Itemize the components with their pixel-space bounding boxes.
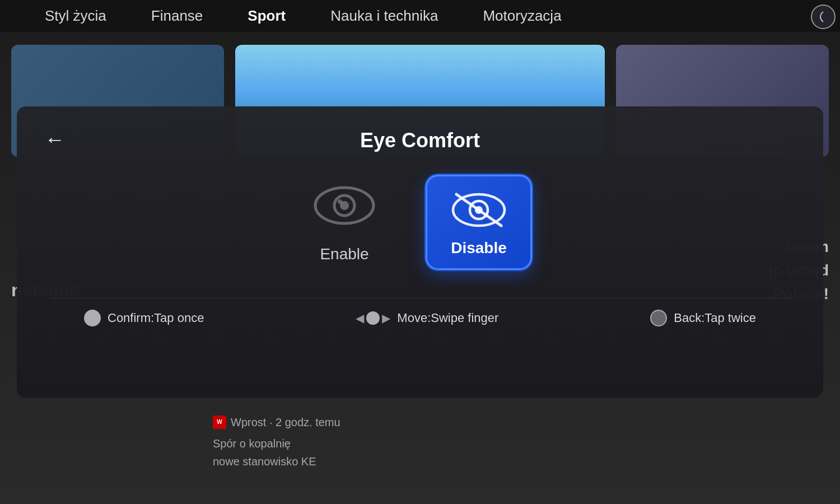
eye-comfort-dialog: ← Eye Comfort Enable (17, 106, 823, 398)
arrow-right-icon: ▶ (382, 311, 390, 325)
disable-button-box[interactable]: Disable (426, 175, 532, 270)
nav-item-styl-zycia[interactable]: Styl życia (45, 7, 106, 25)
svg-line-7 (456, 194, 501, 226)
option-disable[interactable]: Disable (426, 175, 532, 270)
swipe-icon: ◀ ▶ (356, 311, 390, 325)
nav-item-finanse[interactable]: Finanse (151, 7, 203, 25)
eye-open-icon (311, 183, 378, 228)
confirm-dot-icon (84, 310, 101, 326)
move-hint-label: Move:Swipe finger (397, 311, 498, 325)
article-headline-line2: nowe stanowisko KE (213, 452, 340, 470)
nav-item-nauka[interactable]: Nauka i technika (330, 7, 438, 25)
confirm-hint-label: Confirm:Tap once (108, 311, 204, 325)
nav-item-sport[interactable]: Sport (248, 7, 286, 25)
dialog-title: Eye Comfort (50, 129, 790, 152)
top-navigation: Styl życia Finanse Sport Nauka i technik… (0, 0, 840, 32)
article-time: Wprost · 2 godz. temu (231, 413, 340, 431)
top-right-icon[interactable] (811, 4, 836, 29)
back-button[interactable]: ← (45, 128, 65, 151)
arrow-left-icon: ◀ (356, 311, 364, 325)
back-hint-label: Back:Tap twice (674, 311, 756, 325)
hint-bar: Confirm:Tap once ◀ ▶ Move:Swipe finger B… (50, 298, 790, 326)
wprost-logo: W (213, 416, 226, 429)
wprost-badge: W Wprost · 2 godz. temu (213, 413, 340, 431)
article-headline-line1: Spór o kopalnię (213, 435, 340, 452)
hint-back: Back:Tap twice (650, 310, 756, 326)
swipe-dot-icon (366, 311, 380, 325)
option-enable[interactable]: Enable (308, 175, 381, 263)
back-dot-icon (650, 310, 667, 326)
hint-confirm: Confirm:Tap once (84, 310, 204, 326)
eye-slash-icon (448, 188, 510, 232)
enable-label: Enable (320, 245, 368, 263)
disable-button-label: Disable (451, 239, 507, 257)
svg-point-3 (338, 199, 342, 204)
options-row: Enable Disable (50, 175, 790, 270)
nav-item-motoryzacja[interactable]: Motoryzacja (483, 7, 561, 25)
hint-move: ◀ ▶ Move:Swipe finger (356, 311, 498, 325)
bg-article-snippet: W Wprost · 2 godz. temu Spór o kopalnię … (213, 413, 340, 470)
enable-icon-container (308, 175, 381, 236)
